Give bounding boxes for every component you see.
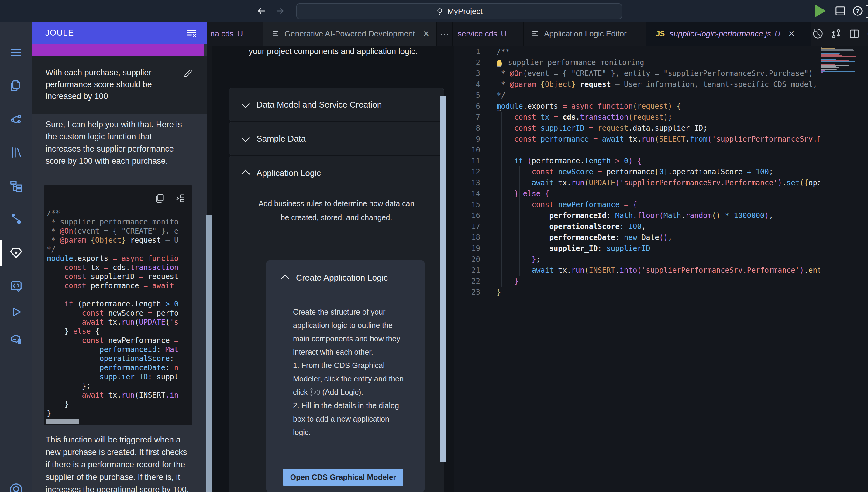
timeline-icon[interactable] (812, 28, 824, 40)
guide-intro-text: your project components and application … (225, 46, 441, 57)
instruction-line: box to add a new application (293, 412, 404, 425)
code-line: const performance = await (47, 281, 190, 290)
minimap-line (821, 62, 855, 62)
section-sample-data[interactable]: Sample Data (229, 122, 444, 155)
code-line: }; (47, 382, 190, 391)
code-line: await tx.run(UPDATE('supplierPerformance… (497, 177, 820, 188)
fold-ellipsis[interactable]: ⋯ (497, 106, 501, 114)
tab-overflow-button[interactable]: ⋯ (437, 22, 452, 46)
code-line: } else { (47, 327, 190, 336)
run-icon[interactable] (8, 304, 24, 320)
code-line: */ (47, 245, 190, 254)
section-data-model-and-service-creation[interactable]: Data Model and Service Creation (229, 88, 444, 121)
code-line: supplier_ID: supplierID (497, 243, 820, 254)
code-line: supplier performance monitoring (497, 57, 820, 68)
line-number: 16 (456, 210, 480, 221)
code-line: const tx = cds.transaction(request); (497, 112, 820, 123)
code-line: performanceId: Mat (47, 345, 190, 354)
tab-application-logic-editor[interactable]: Application Logic Editor (524, 22, 646, 46)
clear-chat-icon[interactable] (186, 28, 197, 39)
code-check-icon[interactable] (8, 278, 24, 294)
code-line: const tx = cds.transaction (47, 263, 190, 272)
line-number: 20 (456, 254, 480, 265)
section-application-logic-header[interactable]: Application Logic (242, 163, 321, 184)
create-application-logic-header[interactable]: Create Application Logic (282, 273, 388, 283)
copy-icon[interactable] (155, 193, 165, 203)
compare-changes-icon[interactable] (830, 28, 842, 40)
library-icon[interactable] (8, 145, 24, 160)
chevron-up-icon (241, 170, 250, 178)
code-line: await tx.run(UPDATE('s (47, 318, 190, 327)
files-explorer-icon[interactable] (8, 78, 24, 93)
tab-supplier-logic-performance-js[interactable]: JS supplier-logic-performance.js U ✕ (646, 22, 811, 46)
forward-icon[interactable] (274, 5, 286, 17)
network-share-icon[interactable] (8, 112, 24, 127)
active-view-indicator (0, 240, 2, 266)
indent-guide (519, 167, 520, 276)
section-description: Add business rules to determine how data… (229, 197, 444, 224)
close-tab-icon[interactable]: ✕ (788, 29, 795, 39)
hierarchy-icon[interactable] (8, 178, 24, 194)
back-icon[interactable] (255, 5, 267, 17)
minimap-line (821, 66, 836, 67)
instruction-line: interact with each other. (293, 345, 404, 359)
code-line: if (performance.length > 0) { (497, 155, 820, 167)
code-line: operationalScore: (47, 354, 190, 363)
tab-generative-ai-guide[interactable]: Generative AI-Powered Development ✕ (263, 22, 437, 46)
help-icon[interactable]: ? (851, 5, 864, 17)
more-actions-icon[interactable]: ⋯ (867, 28, 868, 40)
minimap[interactable] (821, 47, 867, 75)
instruction-line: main components and how they (293, 332, 404, 345)
code-line: const newPerformance = (47, 336, 190, 345)
line-number: 15 (456, 199, 480, 210)
code-line: supplier_ID: suppl (47, 372, 190, 382)
code-line: module.exports = async function(request)… (497, 101, 820, 112)
editor-code-area[interactable]: /** supplier performance monitoring * @O… (497, 46, 820, 298)
profile-icon-partial[interactable] (866, 5, 868, 18)
code-line: performanceDate: new Date(), (497, 232, 820, 243)
section-title: Sample Data (257, 134, 306, 144)
minimap-line (821, 68, 839, 68)
split-editor-icon[interactable] (848, 28, 860, 40)
accessibility-icon[interactable] (8, 479, 24, 492)
minimap-line (821, 63, 826, 64)
horizontal-scrollbar-thumb[interactable] (46, 418, 79, 424)
code-editor[interactable]: 1234567891011121314151617181920212223 /*… (454, 46, 868, 492)
tab-service-cds[interactable]: service.cds U (453, 22, 523, 46)
close-tab-icon[interactable]: ✕ (423, 29, 429, 39)
gem-joule-icon-active[interactable] (8, 245, 24, 260)
assistant-response-text: Sure, I can help you with that. Here is … (46, 119, 199, 167)
create-application-logic-card: Create Application Logic Create the stru… (266, 260, 425, 492)
line-number: 13 (456, 177, 480, 188)
insert-to-editor-icon[interactable] (175, 193, 185, 203)
editor-tab-bar: na.cds U Generative AI-Powered Developme… (207, 22, 868, 46)
code-line: await tx.run(INSERT.into('supplierPerfor… (497, 265, 820, 276)
line-number: 10 (456, 145, 480, 155)
panel-layout-icon[interactable] (834, 5, 847, 17)
package-connector-icon[interactable] (8, 331, 24, 347)
edit-pencil-icon[interactable] (182, 68, 193, 79)
code-line: await tx.run(INSERT.in (47, 391, 190, 400)
chat-code-content[interactable]: /** * supplier performance monito * @On(… (47, 208, 190, 418)
section-application-logic: Application Logic Add business rules to … (229, 156, 444, 492)
code-line: } else { (497, 188, 820, 199)
instruction-line: Modeler, click the entity and then (293, 372, 404, 386)
code-line: performanceId: Math.floor(Math.random() … (497, 210, 820, 221)
run-project-icon[interactable] (815, 4, 826, 17)
guide-scrollbar[interactable] (440, 96, 446, 462)
editor-gutter: 1234567891011121314151617181920212223 (456, 46, 480, 298)
open-cds-graphical-modeler-button[interactable]: Open CDS Graphical Modeler (283, 469, 403, 486)
search-value: MyProject (447, 7, 483, 16)
minimap-line (821, 71, 855, 72)
flow-branch-icon[interactable] (8, 212, 24, 227)
code-line: operationalScore: 100, (497, 221, 820, 232)
line-number: 5 (456, 90, 480, 101)
tab-schema-cds[interactable]: na.cds U (207, 22, 243, 46)
instruction-line: click (Add Logic). (293, 386, 404, 399)
main-menu-icon[interactable] (8, 45, 24, 60)
joule-scrollbar[interactable] (206, 215, 212, 492)
instruction-line: logic. (293, 425, 404, 439)
js-file-icon: JS (656, 29, 665, 38)
line-number: 12 (456, 167, 480, 177)
command-search-input[interactable]: MyProject (296, 3, 622, 19)
